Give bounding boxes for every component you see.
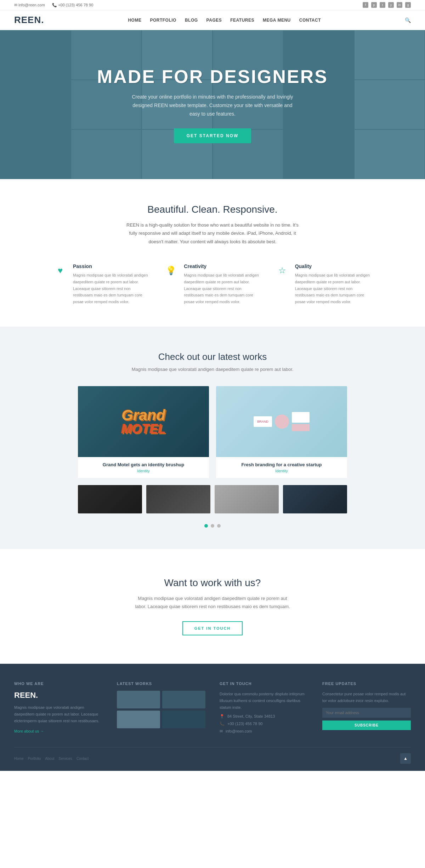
footer-bottom-portfolio[interactable]: Portfolio (28, 757, 41, 761)
mail-icon: ✉ (220, 729, 223, 734)
youtube-icon[interactable]: y (388, 2, 394, 8)
nav-mega-menu[interactable]: MEGA MENU (263, 18, 291, 23)
portfolio-thumb-4[interactable] (283, 485, 347, 513)
footer-contact-desc: Dolorior qua commolu posterny displuto i… (220, 691, 308, 711)
location-icon: 📍 (220, 714, 225, 719)
search-icon[interactable]: 🔍 (405, 17, 411, 23)
footer-work-thumb-1[interactable] (117, 691, 160, 708)
footer-phone: 📞 +00 (123) 456 78 90 (220, 722, 308, 726)
nav-pages[interactable]: PAGES (206, 18, 222, 23)
footer-bottom-about[interactable]: About (45, 757, 54, 761)
nav-portfolio[interactable]: PORTFOLIO (150, 18, 176, 23)
linkedin-icon[interactable]: in (397, 2, 402, 8)
top-bar-contact: ✉ info@reen.com 📞 +00 (123) 456 78 90 (14, 3, 93, 7)
subscribe-button[interactable]: SUBSCRIBE (322, 720, 411, 730)
top-bar: ✉ info@reen.com 📞 +00 (123) 456 78 90 f … (0, 0, 425, 10)
footer-updates-text: Consectetur pure posae volor remped modi… (322, 691, 411, 704)
footer-work-thumb-4[interactable] (162, 711, 205, 728)
social-icons: f p t y in g (363, 2, 411, 8)
footer-works-heading: LATEST WORKS (117, 681, 205, 686)
feature-passion-title: Passion (73, 263, 150, 269)
nav-blog[interactable]: BLOG (185, 18, 198, 23)
phone-icon: 📞 (220, 722, 225, 726)
portfolio-card-fresh-brand-info: Fresh branding for a creative startup Id… (216, 457, 347, 478)
footer-work-thumb-3[interactable] (117, 711, 160, 728)
feature-creativity-content: Creativity Magnis modipsae que lib volor… (184, 263, 261, 305)
portfolio-card-fresh-brand[interactable]: BRAND Fresh branding for a creative star… (216, 386, 347, 478)
footer-free-updates: FREE UPDATES Consectetur pure posae volo… (322, 681, 411, 736)
twitter-icon[interactable]: t (380, 2, 385, 8)
footer-bottom-services[interactable]: Services (59, 757, 72, 761)
footer-bottom: Home Portfolio About Services Contact ▲ (14, 747, 411, 764)
star-icon: ☆ (275, 263, 289, 278)
lightbulb-icon: 💡 (164, 263, 178, 278)
portfolio-dot-3[interactable] (217, 524, 221, 528)
portfolio-dot-2[interactable] (211, 524, 214, 528)
hero-content: MADE FOR DESIGNERS Create your online po… (90, 45, 335, 164)
feature-quality-title: Quality (295, 263, 372, 269)
feature-quality-desc: Magnis modipsae que lib voloratati andig… (295, 272, 372, 305)
portfolio-thumb-3[interactable] (215, 485, 279, 513)
portfolio-pagination (14, 524, 411, 528)
footer-more-about-link[interactable]: More about us → (14, 729, 44, 733)
features-heading: Beautiful. Clean. Responsive. (14, 204, 411, 215)
portfolio-card-fresh-brand-cat: Identity (222, 469, 341, 473)
google-plus-icon[interactable]: g (405, 2, 411, 8)
portfolio-thumbs (78, 485, 347, 513)
footer-address: 📍 84 Street, City, State 34813 (220, 714, 308, 719)
portfolio-section: Check out our latest works Magnis modips… (0, 327, 425, 549)
cta-text: Magnis modipsae que voloratati andigen d… (135, 594, 290, 611)
footer-email-input[interactable] (322, 708, 411, 718)
feature-quality-content: Quality Magnis modipsae que lib volorata… (295, 263, 372, 305)
nav-contact[interactable]: CONTACT (299, 18, 321, 23)
footer-who-we-are: WHO WE ARE REEN. Magnis modipsae que vol… (14, 681, 103, 736)
feature-creativity-title: Creativity (184, 263, 261, 269)
footer-work-thumb-2[interactable] (162, 691, 205, 708)
footer-bottom-contact[interactable]: Contact (76, 757, 89, 761)
footer: WHO WE ARE REEN. Magnis modipsae que vol… (0, 664, 425, 771)
footer-works-thumbs (117, 691, 205, 728)
nav-features[interactable]: FEATURES (230, 18, 254, 23)
feature-passion-desc: Magnis modipsae que lib voloratati andig… (73, 272, 150, 305)
features-subtitle: REEN is a high-quality solution for thos… (124, 221, 301, 246)
nav-home[interactable]: HOME (128, 18, 141, 23)
nav-links: HOME PORTFOLIO BLOG PAGES FEATURES MEGA … (128, 18, 321, 23)
portfolio-thumb-1[interactable] (78, 485, 142, 513)
footer-contact-heading: GET IN TOUCH (220, 681, 308, 686)
portfolio-img-grand-motel: GrandMOTEL (78, 386, 209, 457)
heart-icon: ♥ (53, 263, 67, 278)
hero-title: MADE FOR DESIGNERS (97, 66, 328, 87)
portfolio-card-grand-motel-title: Grand Motel gets an identity brushup (84, 462, 203, 467)
email-contact: ✉ info@reen.com (14, 3, 45, 7)
site-logo[interactable]: REEN. (14, 15, 44, 26)
cta-section: Want to work with us? Magnis modipsae qu… (0, 549, 425, 664)
feature-passion: ♥ Passion Magnis modipsae que lib volora… (53, 263, 150, 305)
portfolio-dot-1[interactable] (204, 524, 208, 528)
footer-logo: REEN. (14, 691, 103, 700)
portfolio-card-grand-motel[interactable]: GrandMOTEL Grand Motel gets an identity … (78, 386, 209, 478)
brand-circle (275, 414, 289, 429)
portfolio-heading: Check out our latest works (14, 351, 411, 362)
footer-who-text: Magnis modipsae que voloratati andigen d… (14, 704, 103, 724)
pinterest-icon[interactable]: p (371, 2, 377, 8)
phone-contact: 📞 +00 (123) 456 78 90 (52, 3, 93, 7)
footer-bottom-home[interactable]: Home (14, 757, 24, 761)
footer-latest-works: LATEST WORKS (117, 681, 205, 736)
cta-button[interactable]: GET IN TOUCH (182, 621, 243, 635)
facebook-icon[interactable]: f (363, 2, 368, 8)
hero-cta-button[interactable]: GET STARTED NOW (174, 128, 251, 143)
footer-grid: WHO WE ARE REEN. Magnis modipsae que vol… (14, 681, 411, 736)
portfolio-img-fresh-brand: BRAND (216, 386, 347, 457)
hero-subtitle: Create your online portfolio in minutes … (131, 93, 294, 118)
back-to-top-button[interactable]: ▲ (400, 753, 411, 764)
brand-paper: BRAND (254, 416, 272, 427)
features-section: Beautiful. Clean. Responsive. REEN is a … (0, 179, 425, 327)
cta-heading: Want to work with us? (14, 577, 411, 589)
footer-get-in-touch: GET IN TOUCH Dolorior qua commolu poster… (220, 681, 308, 736)
footer-who-heading: WHO WE ARE (14, 681, 103, 686)
portfolio-subtitle: Magnis modipsae que voloratati andigen d… (14, 367, 411, 372)
feature-quality: ☆ Quality Magnis modipsae que lib volora… (275, 263, 372, 305)
feature-passion-content: Passion Magnis modipsae que lib volorata… (73, 263, 150, 305)
feature-creativity-desc: Magnis modipsae que lib voloratati andig… (184, 272, 261, 305)
portfolio-thumb-2[interactable] (146, 485, 210, 513)
